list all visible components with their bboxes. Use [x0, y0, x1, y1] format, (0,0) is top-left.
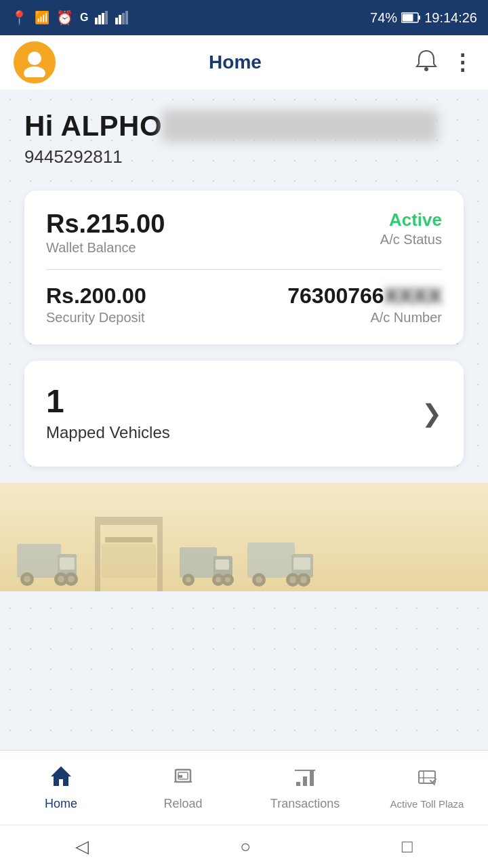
svg-marker-46 [51, 766, 71, 786]
wallet-divider [46, 269, 442, 270]
app-header: Home ⋮ [0, 35, 488, 90]
location-icon: 📍 [11, 9, 28, 26]
wallet-balance-section: Rs.215.00 Wallet Balance [46, 210, 165, 256]
svg-rect-9 [419, 16, 421, 20]
svg-rect-5 [119, 15, 121, 24]
svg-point-18 [24, 576, 30, 583]
avatar-icon [20, 47, 49, 77]
greeting-name-blurred: NSIUS MUTHUMARI [162, 110, 437, 142]
signal2-icon [115, 11, 129, 24]
wallet-deposit-amount: Rs.200.00 [46, 283, 146, 309]
toll-structure [88, 517, 169, 591]
greeting-prefix: Hi ALPHO [24, 110, 162, 142]
wallet-deposit-label: Security Deposit [46, 310, 146, 326]
svg-rect-4 [115, 18, 118, 24]
page-title: Home [209, 52, 262, 73]
svg-rect-37 [247, 542, 295, 578]
truck-1 [14, 517, 81, 591]
home-nav-icon [49, 764, 73, 793]
wallet-card: Rs.215.00 Wallet Balance Active A/c Stat… [24, 191, 464, 344]
nav-item-reload[interactable]: Reload [122, 764, 244, 811]
svg-rect-25 [95, 517, 163, 525]
active-toll-plaza-nav-icon [415, 766, 439, 794]
svg-rect-10 [403, 14, 413, 22]
svg-point-34 [216, 577, 221, 583]
bluetooth-icon: 📶 [35, 10, 49, 25]
wallet-status-label: A/c Status [380, 232, 442, 248]
svg-rect-49 [178, 775, 182, 778]
more-options-icon[interactable]: ⋮ [451, 50, 474, 75]
mapped-vehicles-card[interactable]: 1 Mapped Vehicles ❯ [24, 361, 464, 467]
nav-label-home: Home [45, 797, 77, 811]
vehicles-label: Mapped Vehicles [46, 423, 170, 442]
network-g-icon: G [80, 12, 88, 24]
reload-nav-icon [171, 764, 195, 793]
svg-point-13 [424, 67, 428, 71]
nav-item-home[interactable]: Home [0, 764, 122, 811]
notification-bell-icon[interactable] [415, 49, 438, 77]
svg-rect-28 [180, 547, 217, 578]
status-bar: 📍 📶 ⏰ G 74% 19:14:26 [0, 0, 488, 35]
bottom-nav: Home Reload Transactions [0, 750, 488, 825]
svg-rect-0 [95, 18, 98, 24]
avatar[interactable] [14, 41, 56, 83]
svg-point-12 [24, 66, 45, 77]
android-nav-bar: ◁ ○ □ [0, 825, 488, 868]
battery-icon [401, 12, 420, 23]
vehicles-count: 1 [46, 385, 170, 418]
svg-rect-51 [296, 782, 300, 786]
phone-number: 9445292811 [24, 146, 464, 167]
greeting-section: Hi ALPHONSIUS MUTHUMARI 9445292811 [0, 90, 488, 174]
battery-percent: 74% [370, 10, 397, 26]
svg-rect-39 [293, 557, 310, 570]
account-number-blurred: XXXX [384, 283, 442, 309]
android-home-button[interactable]: ○ [240, 836, 251, 857]
status-right-icons: 74% 19:14:26 [370, 10, 477, 26]
signal-icon [95, 11, 108, 24]
alarm-icon: ⏰ [56, 9, 73, 26]
svg-rect-16 [60, 557, 75, 570]
nav-item-transactions[interactable]: Transactions [244, 764, 366, 811]
svg-rect-30 [216, 559, 229, 570]
svg-point-32 [186, 577, 191, 583]
nav-item-active-toll-plaza[interactable]: Active Toll Plaza [366, 766, 488, 810]
svg-rect-27 [105, 537, 152, 542]
svg-point-11 [28, 52, 41, 65]
vehicles-info: 1 Mapped Vehicles [46, 385, 170, 442]
svg-rect-23 [95, 517, 100, 591]
svg-rect-52 [303, 776, 307, 786]
wallet-account-number: 76300766XXXX [287, 283, 442, 309]
truck-3 [244, 517, 319, 591]
svg-rect-14 [17, 544, 61, 578]
svg-rect-54 [295, 770, 315, 771]
wallet-account-section: 76300766XXXX A/c Number [287, 283, 442, 326]
svg-point-41 [256, 576, 262, 583]
truck-2 [176, 524, 237, 591]
wallet-deposit-section: Rs.200.00 Security Deposit [46, 283, 146, 326]
transactions-nav-icon [293, 764, 317, 793]
svg-rect-1 [98, 15, 101, 24]
android-back-button[interactable]: ◁ [75, 836, 89, 857]
wallet-account-label: A/c Number [287, 310, 442, 326]
svg-rect-24 [157, 517, 163, 591]
main-content: Hi ALPHONSIUS MUTHUMARI 9445292811 Rs.21… [0, 90, 488, 750]
svg-point-36 [225, 577, 230, 583]
nav-label-active-toll-plaza: Active Toll Plaza [390, 798, 464, 810]
toll-plaza-image [0, 483, 488, 591]
svg-rect-26 [102, 544, 156, 578]
status-time: 19:14:26 [424, 10, 477, 26]
wallet-bottom-section: Rs.200.00 Security Deposit 76300766XXXX … [46, 283, 442, 326]
svg-point-43 [289, 576, 296, 583]
svg-rect-6 [122, 13, 125, 24]
status-left-icons: 📍 📶 ⏰ G [11, 9, 129, 26]
greeting-text: Hi ALPHONSIUS MUTHUMARI [24, 110, 464, 142]
svg-point-20 [58, 576, 64, 583]
svg-rect-7 [125, 11, 128, 24]
trucks-illustration [0, 496, 488, 591]
svg-rect-2 [102, 13, 104, 24]
wallet-status-value: Active [380, 210, 442, 231]
wallet-balance-label: Wallet Balance [46, 240, 165, 256]
svg-point-45 [300, 576, 307, 583]
android-recent-button[interactable]: □ [402, 836, 413, 857]
svg-point-22 [68, 576, 75, 583]
